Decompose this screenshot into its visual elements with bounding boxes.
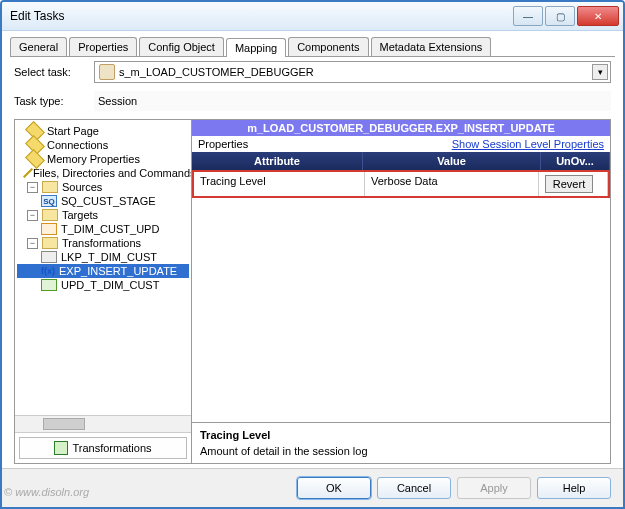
- target-icon: [41, 223, 57, 235]
- grid-header: Attribute Value UnOv...: [192, 152, 610, 170]
- col-unoverride: UnOv...: [541, 152, 610, 170]
- tree-files-dirs-cmds[interactable]: Files, Directories and Commands: [17, 166, 189, 180]
- properties-toolbar: Properties Show Session Level Properties: [192, 136, 610, 152]
- left-tab-transformations[interactable]: Transformations: [19, 437, 187, 459]
- tab-config-object[interactable]: Config Object: [139, 37, 224, 56]
- maximize-button[interactable]: ▢: [545, 6, 575, 26]
- watermark: © www.disoln.org: [4, 486, 89, 498]
- dropdown-arrow-icon: ▾: [592, 64, 608, 80]
- left-panel: Start Page Connections Memory Properties…: [14, 119, 192, 464]
- folder-icon: [42, 209, 58, 221]
- tree-source-sq-cust-stage[interactable]: SQSQ_CUST_STAGE: [17, 194, 189, 208]
- folder-icon: [42, 181, 58, 193]
- task-type-row: Task type: Session: [2, 87, 623, 115]
- description-body: Amount of detail in the session log: [200, 445, 602, 457]
- task-type-label: Task type:: [14, 95, 94, 107]
- select-task-dropdown[interactable]: s_m_LOAD_CUSTOMER_DEBUGGER ▾: [94, 61, 611, 83]
- tab-strip: General Properties Config Object Mapping…: [2, 31, 623, 56]
- grid-body: Tracing Level Verbose Data Revert: [192, 170, 610, 422]
- tree-target-t-dim-cust-upd[interactable]: T_DIM_CUST_UPD: [17, 222, 189, 236]
- cancel-button[interactable]: Cancel: [377, 477, 451, 499]
- expression-icon: f(x): [41, 266, 55, 276]
- collapse-icon[interactable]: −: [27, 238, 38, 249]
- tree-view[interactable]: Start Page Connections Memory Properties…: [15, 120, 191, 415]
- apply-button[interactable]: Apply: [457, 477, 531, 499]
- cell-attribute: Tracing Level: [194, 172, 365, 196]
- tree-exp-insert-update[interactable]: f(x)EXP_INSERT_UPDATE: [17, 264, 189, 278]
- tree-scrollbar[interactable]: [15, 415, 191, 432]
- tab-general[interactable]: General: [10, 37, 67, 56]
- tree-connections[interactable]: Connections: [17, 138, 189, 152]
- tree-memory-properties[interactable]: Memory Properties: [17, 152, 189, 166]
- tree-start-page[interactable]: Start Page: [17, 124, 189, 138]
- titlebar: Edit Tasks — ▢ ✕: [2, 2, 623, 31]
- select-task-row: Select task: s_m_LOAD_CUSTOMER_DEBUGGER …: [2, 57, 623, 87]
- update-strategy-icon: [41, 279, 57, 291]
- col-value: Value: [363, 152, 541, 170]
- show-session-level-link[interactable]: Show Session Level Properties: [452, 138, 604, 150]
- ok-button[interactable]: OK: [297, 477, 371, 499]
- tab-components[interactable]: Components: [288, 37, 368, 56]
- select-task-value: s_m_LOAD_CUSTOMER_DEBUGGER: [119, 66, 314, 78]
- tab-mapping[interactable]: Mapping: [226, 38, 286, 57]
- revert-button[interactable]: Revert: [545, 175, 593, 193]
- collapse-icon[interactable]: −: [27, 182, 38, 193]
- folder-icon: [42, 237, 58, 249]
- properties-label: Properties: [198, 138, 248, 150]
- tree-sources[interactable]: −Sources: [17, 180, 189, 194]
- close-button[interactable]: ✕: [577, 6, 619, 26]
- diamond-icon: [23, 168, 33, 178]
- scrollbar-thumb[interactable]: [43, 418, 85, 430]
- cell-value[interactable]: Verbose Data: [365, 172, 539, 196]
- description-panel: Tracing Level Amount of detail in the se…: [192, 422, 610, 463]
- edit-tasks-window: Edit Tasks — ▢ ✕ General Properties Conf…: [0, 0, 625, 509]
- select-task-label: Select task:: [14, 66, 94, 78]
- source-qualifier-icon: SQ: [41, 195, 57, 207]
- tree-transformations[interactable]: −Transformations: [17, 236, 189, 250]
- col-attribute: Attribute: [192, 152, 363, 170]
- left-bottom-tabs: Transformations: [15, 432, 191, 463]
- tree-targets[interactable]: −Targets: [17, 208, 189, 222]
- tab-metadata-extensions[interactable]: Metadata Extensions: [371, 37, 492, 56]
- main-area: Start Page Connections Memory Properties…: [14, 119, 611, 464]
- window-title: Edit Tasks: [6, 9, 513, 23]
- help-button[interactable]: Help: [537, 477, 611, 499]
- lookup-icon: [41, 251, 57, 263]
- description-title: Tracing Level: [200, 429, 602, 441]
- collapse-icon[interactable]: −: [27, 210, 38, 221]
- task-icon: [99, 64, 115, 80]
- tab-properties[interactable]: Properties: [69, 37, 137, 56]
- minimize-button[interactable]: —: [513, 6, 543, 26]
- tree-upd-t-dim-cust[interactable]: UPD_T_DIM_CUST: [17, 278, 189, 292]
- grid-row-tracing-level[interactable]: Tracing Level Verbose Data Revert: [192, 170, 610, 198]
- tree-lkp-t-dim-cust[interactable]: LKP_T_DIM_CUST: [17, 250, 189, 264]
- transformations-icon: [54, 441, 68, 455]
- cell-unoverride: Revert: [539, 172, 608, 196]
- dialog-footer: OK Cancel Apply Help: [2, 468, 623, 507]
- task-type-value: Session: [94, 91, 611, 111]
- object-path-bar: m_LOAD_CUSTOMER_DEBUGGER.EXP_INSERT_UPDA…: [192, 120, 610, 136]
- right-panel: m_LOAD_CUSTOMER_DEBUGGER.EXP_INSERT_UPDA…: [192, 119, 611, 464]
- window-controls: — ▢ ✕: [513, 6, 619, 26]
